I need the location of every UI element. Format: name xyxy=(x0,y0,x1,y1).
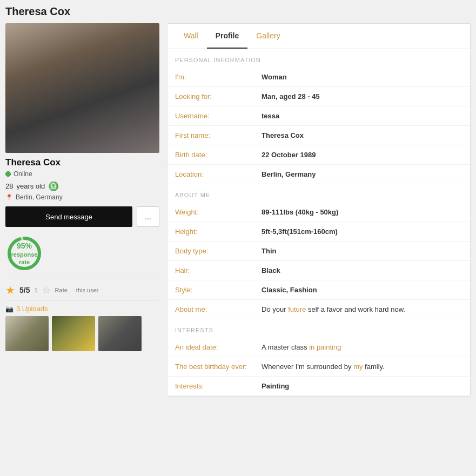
rating-count: 1 xyxy=(34,287,37,293)
personal-info-header: PERSONAL INFORMATION xyxy=(167,49,470,68)
thumbnail-3[interactable] xyxy=(98,316,142,351)
thumbnail-2[interactable] xyxy=(52,316,95,351)
info-row-ideal-date: An ideal date: A master class in paintin… xyxy=(167,338,470,357)
label-im: I'm: xyxy=(175,73,262,81)
value-bodytype: Thin xyxy=(262,247,276,255)
info-row-birthdate: Birth date: 22 October 1989 xyxy=(167,145,470,165)
info-row-username: Username: tessa xyxy=(167,106,470,126)
label-aboutme: About me: xyxy=(175,305,262,313)
upload-count: 3 Uploads xyxy=(16,305,48,313)
info-row-aboutme: About me: Do your future self a favor an… xyxy=(167,300,470,319)
left-panel: Theresa Cox Online 28 years old ♎ 📍 Berl… xyxy=(5,23,159,397)
value-location: Berlin, Germany xyxy=(262,170,316,178)
highlight-my: my xyxy=(353,363,363,371)
page-title: Theresa Cox xyxy=(5,5,471,18)
highlight-future: future xyxy=(288,305,306,313)
uploads-header: 📷 3 Uploads xyxy=(5,305,159,313)
value-height: 5ft-5,3ft(151cm-160cm) xyxy=(262,227,338,236)
highlight-in: in xyxy=(309,343,314,351)
actions-bar: Send message ... xyxy=(5,206,159,227)
value-birthdate: 22 October 1989 xyxy=(262,151,316,159)
info-row-style: Style: Classic, Fashion xyxy=(167,280,470,300)
info-row-im: I'm: Woman xyxy=(167,68,470,87)
label-height: Height: xyxy=(175,227,262,236)
age-value: 28 xyxy=(5,182,13,190)
label-style: Style: xyxy=(175,286,262,294)
label-weight: Weight: xyxy=(175,208,262,216)
label-bodytype: Body type: xyxy=(175,247,262,255)
send-message-button[interactable]: Send message xyxy=(5,206,132,227)
online-status: Online xyxy=(5,170,159,178)
status-label: Online xyxy=(14,170,32,178)
label-firstname: First name: xyxy=(175,131,262,139)
response-sub: rate xyxy=(19,259,30,265)
value-birthday: Whenever I'm surrounded by my family. xyxy=(262,363,385,371)
tab-profile[interactable]: Profile xyxy=(207,24,248,49)
label-birthdate: Birth date: xyxy=(175,151,262,159)
thumbnails xyxy=(5,316,159,351)
value-interests: Painting xyxy=(262,382,289,390)
info-row-interests: Interests: Painting xyxy=(167,377,470,396)
label-username: Username: xyxy=(175,112,262,120)
interests-header: INTERESTS xyxy=(167,319,470,338)
label-location: Location: xyxy=(175,170,262,178)
info-row-firstname: First name: Theresa Cox xyxy=(167,126,470,145)
age-line: 28 years old ♎ xyxy=(5,181,159,191)
star-filled-icon: ★ xyxy=(5,284,15,297)
info-row-location: Location: Berlin, Germany xyxy=(167,165,470,184)
profile-photo xyxy=(5,23,159,153)
zodiac-icon: ♎ xyxy=(48,181,59,191)
thumbnail-1[interactable] xyxy=(5,316,49,351)
about-me-header: ABOUT ME xyxy=(167,184,470,203)
label-hair: Hair: xyxy=(175,266,262,274)
camera-icon: 📷 xyxy=(5,305,14,313)
rate-sub: this user xyxy=(76,287,99,293)
info-row-hair: Hair: Black xyxy=(167,261,470,280)
info-row-weight: Weight: 89-111lbs (40kg - 50kg) xyxy=(167,203,470,222)
response-label: response xyxy=(11,251,38,258)
user-name: Theresa Cox xyxy=(5,157,159,168)
label-birthday: The best birthday ever: xyxy=(175,363,262,371)
right-panel: Wall Profile Gallery PERSONAL INFORMATIO… xyxy=(167,23,471,397)
response-pct: 95% xyxy=(11,241,38,251)
info-row-looking: Looking for: Man, aged 28 - 45 xyxy=(167,87,470,106)
online-dot xyxy=(5,171,11,177)
rating-section: ★ 5/5 1 ☆ Rate this user xyxy=(5,284,159,300)
info-row-height: Height: 5ft-5,3ft(151cm-160cm) xyxy=(167,222,470,242)
value-aboutme: Do your future self a favor and work har… xyxy=(262,305,405,313)
value-weight: 89-111lbs (40kg - 50kg) xyxy=(262,208,338,216)
uploads-section: 📷 3 Uploads xyxy=(5,305,159,351)
label-interests: Interests: xyxy=(175,382,262,390)
value-ideal-date: A master class in painting xyxy=(262,343,341,351)
value-style: Classic, Fashion xyxy=(262,286,317,294)
info-row-birthday: The best birthday ever: Whenever I'm sur… xyxy=(167,357,470,377)
value-firstname: Theresa Cox xyxy=(262,131,304,139)
label-looking: Looking for: xyxy=(175,92,262,100)
highlight-painting: painting xyxy=(317,343,341,351)
value-im: Woman xyxy=(262,73,287,81)
tab-wall[interactable]: Wall xyxy=(175,24,207,49)
location-pin-icon: 📍 xyxy=(5,194,13,201)
divider xyxy=(5,278,159,278)
response-rate-text: 95% response rate xyxy=(11,241,38,266)
value-username: tessa xyxy=(262,112,279,120)
star-empty-icon[interactable]: ☆ xyxy=(42,284,51,296)
rate-label[interactable]: Rate xyxy=(55,287,68,293)
value-looking: Man, aged 28 - 45 xyxy=(262,92,320,100)
label-ideal-date: An ideal date: xyxy=(175,343,262,351)
tabs-bar: Wall Profile Gallery xyxy=(167,24,470,49)
tab-gallery[interactable]: Gallery xyxy=(247,24,289,49)
response-section: 95% response rate xyxy=(5,234,159,272)
info-row-bodytype: Body type: Thin xyxy=(167,242,470,261)
location-line: 📍 Berlin, Germany xyxy=(5,193,159,201)
user-location: Berlin, Germany xyxy=(16,193,63,201)
age-suffix: years old xyxy=(16,182,45,190)
value-hair: Black xyxy=(262,266,280,274)
rating-value: 5/5 xyxy=(19,286,30,294)
response-rate-circle: 95% response rate xyxy=(5,234,43,272)
more-button[interactable]: ... xyxy=(137,206,159,227)
